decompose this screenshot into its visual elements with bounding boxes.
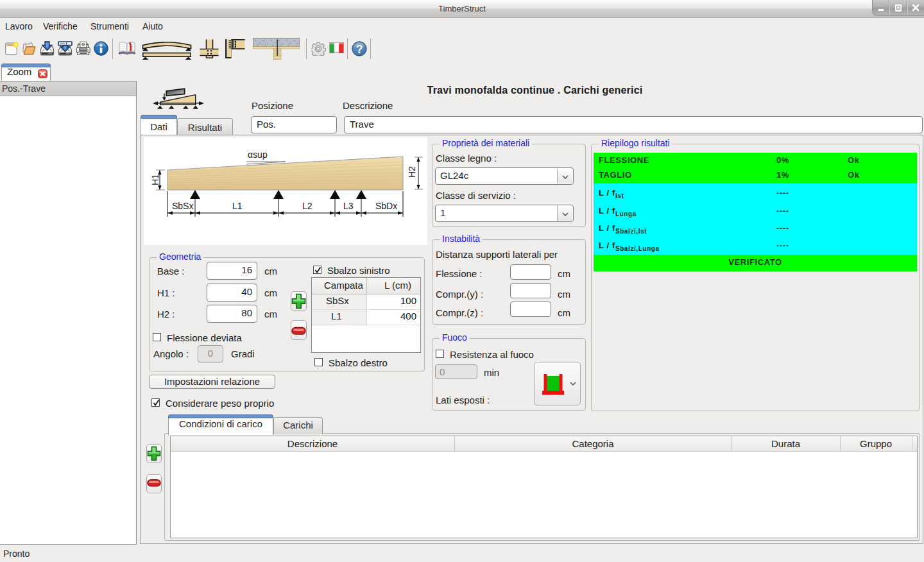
svg-text:H1: H1 — [150, 174, 160, 185]
svg-text:αsup: αsup — [248, 149, 268, 160]
svg-text:SbDx: SbDx — [375, 201, 397, 211]
svg-text:L1: L1 — [232, 201, 243, 211]
svg-text:L3: L3 — [343, 201, 354, 211]
svg-text:H2: H2 — [407, 166, 417, 178]
svg-text:L2: L2 — [302, 201, 312, 211]
svg-text:?: ? — [356, 43, 363, 56]
svg-text:SbSx: SbSx — [172, 201, 193, 211]
